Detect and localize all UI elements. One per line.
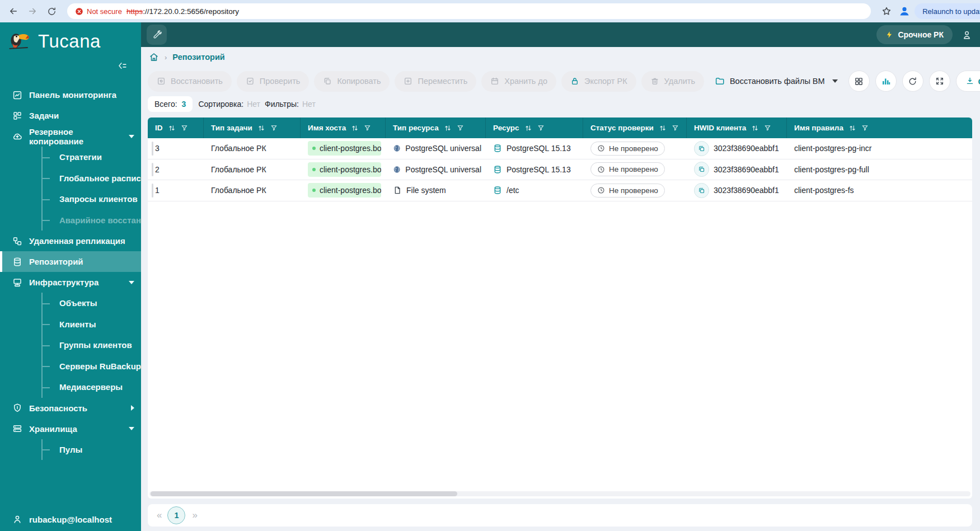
pagination-first-button[interactable]: « [157,510,161,521]
filter-icon[interactable] [764,124,771,131]
column-header-task-type[interactable]: Тип задачи [204,118,301,138]
chevron-down-icon [832,79,838,83]
verify-button[interactable]: Проверить [237,71,310,92]
clock-icon [597,166,605,173]
lightning-icon [885,30,893,39]
sidebar-item-label: Пулы [59,445,82,454]
sidebar-item-remote-replication[interactable]: Удаленная репликация [0,231,141,251]
table-row[interactable]: 2 Глобальное РК client-postgres.bootcamp… [148,159,972,181]
sidebar-item-objects[interactable]: Объекты [43,293,141,314]
column-header-resource[interactable]: Ресурс [486,118,583,138]
sort-icon[interactable] [444,124,452,132]
user-icon [12,514,22,524]
table-row[interactable]: 1 Глобальное РК client-postgres.bootcamp… [148,180,972,201]
refresh-table-button[interactable] [902,71,923,92]
toolbar-right-group: CSV 16 [848,71,980,92]
delete-button[interactable]: Удалить [641,71,704,92]
card-view-button[interactable] [848,71,870,92]
sidebar-item-rubackup-servers[interactable]: Серверы RuBackup [43,356,141,377]
restore-button[interactable]: Восстановить [148,71,232,92]
online-dot-icon [312,147,316,150]
copy-icon [698,187,705,194]
address-bar[interactable]: Not secure https://172.20.0.2:5656/repos… [67,3,871,19]
sidebar-item-client-requests[interactable]: Запросы клиентов [43,189,141,210]
sidebar-item-tasks[interactable]: Задачи [0,105,141,126]
resource-type-label: PostgreSQL universal [405,165,481,174]
filter-icon[interactable] [181,124,188,131]
sidebar-item-storages[interactable]: Хранилища [0,419,141,439]
table-row[interactable]: 3 Глобальное РК client-postgres.bootcamp… [148,138,972,159]
sidebar-item-pools[interactable]: Пулы [43,439,141,460]
cell-host: client-postgres.bootcamp.l [301,141,386,156]
keep-until-button[interactable]: Хранить до [481,71,556,92]
relaunch-to-update-button[interactable]: Relaunch to update [915,3,980,19]
sidebar-item-clients[interactable]: Клиенты [43,314,141,335]
topbar-user-button[interactable] [962,30,972,40]
column-header-rule-name[interactable]: Имя правила [787,118,972,138]
horizontal-scrollbar[interactable] [149,491,970,496]
filter-icon[interactable] [537,124,545,131]
sort-icon[interactable] [848,124,856,132]
folder-icon [715,76,725,86]
breadcrumb-page[interactable]: Репозиторий [172,53,224,62]
chart-view-button[interactable] [875,71,897,92]
sidebar-item-strategies[interactable]: Стратегии [43,147,141,168]
not-secure-badge[interactable]: Not secure [75,7,122,16]
sidebar-item-repository[interactable]: Репозиторий [0,251,141,272]
pagination-next-button[interactable]: » [192,510,196,521]
sidebar-item-client-groups[interactable]: Группы клиентов [43,335,141,356]
pagination-page-1[interactable]: 1 [167,506,185,524]
sidebar-item-disaster-recovery[interactable]: Аварийное восстановление [43,210,141,231]
column-header-check-status[interactable]: Статус проверки [583,118,687,138]
browser-profile-avatar[interactable] [898,4,911,18]
sort-icon[interactable] [257,124,265,132]
sidebar-item-security[interactable]: Безопасность [0,398,141,419]
sort-icon[interactable] [168,124,176,132]
column-header-resource-type[interactable]: Тип ресурса [386,118,486,138]
sort-icon[interactable] [351,124,359,132]
copy-button[interactable]: Копировать [314,71,390,92]
sidebar-item-media-servers[interactable]: Медиасерверы [43,377,141,398]
urgent-backup-button[interactable]: Срочное РК [876,25,953,44]
sort-icon[interactable] [524,124,532,132]
filter-icon[interactable] [457,124,464,131]
fullscreen-icon [935,77,944,86]
collapse-sidebar-icon[interactable] [117,60,128,71]
browser-forward-button[interactable] [25,3,40,19]
restore-icon [157,77,166,86]
sort-icon[interactable] [659,124,667,132]
copy-hwid-button[interactable] [694,183,709,198]
move-button[interactable]: Переместить [395,71,476,92]
breadcrumb: › Репозиторий [141,47,980,67]
filter-icon[interactable] [861,124,869,131]
bookmark-star-button[interactable] [879,3,894,19]
sort-icon[interactable] [751,124,759,132]
filter-icon[interactable] [270,124,278,131]
csv-export-button[interactable]: CSV [956,71,980,92]
filter-icon[interactable] [672,124,679,131]
action-toolbar: Восстановить Проверить Копировать Переме… [141,67,980,95]
cell-rule-name: client-postgres-pg-full [787,165,972,174]
settings-wrench-button[interactable] [147,25,167,45]
column-header-host[interactable]: Имя хоста [301,118,386,138]
sidebar-item-dashboard[interactable]: Панель мониторинга [0,84,141,105]
home-icon[interactable] [149,52,159,62]
column-header-hwid[interactable]: HWID клиента [687,118,787,138]
column-header-id[interactable]: ID [148,118,204,138]
browser-refresh-button[interactable] [44,3,59,19]
cell-resource-type: File system [386,186,486,195]
sidebar-item-global-schedule[interactable]: Глобальное расписание [43,168,141,189]
scrollbar-thumb[interactable] [151,491,457,496]
restore-vm-files-button[interactable]: Восстановить файлы ВМ [709,71,843,92]
export-rk-button[interactable]: Экспорт РК [561,71,636,92]
filter-icon[interactable] [364,124,371,131]
current-user[interactable]: rubackup@localhost [0,514,141,524]
sidebar-item-infrastructure[interactable]: Инфраструктура [0,272,141,293]
sidebar-item-label: Клиенты [59,319,96,329]
sidebar-item-backup[interactable]: Резервное копирование [0,126,141,147]
fullscreen-button[interactable] [929,71,950,92]
cell-resource: /etc [486,186,583,195]
copy-hwid-button[interactable] [694,141,709,156]
browser-back-button[interactable] [6,3,21,19]
copy-hwid-button[interactable] [694,162,709,177]
